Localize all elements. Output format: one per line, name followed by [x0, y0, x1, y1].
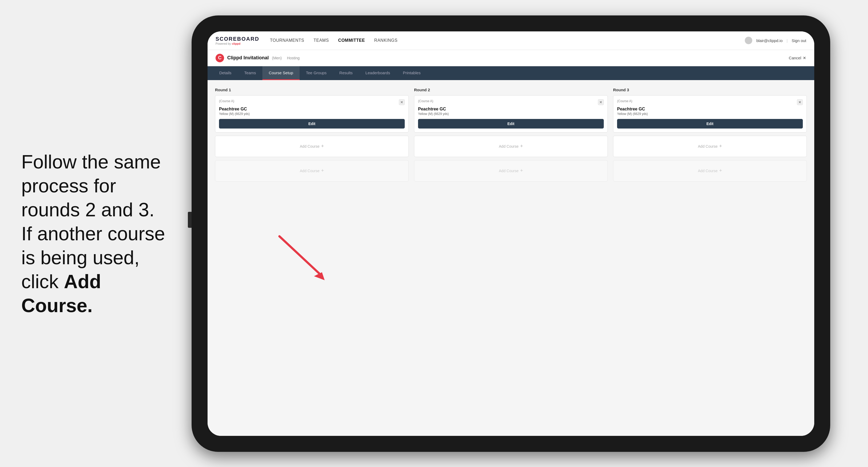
add-course-r2-2: Add Course +: [414, 160, 608, 182]
course-details-r3: Yellow (M) (6629 yds): [617, 112, 803, 116]
add-course-r1-1[interactable]: Add Course +: [215, 136, 409, 157]
round-3-label: Round 3: [613, 88, 807, 92]
top-nav: SCOREBOARD Powered by clippd TOURNAMENTS…: [208, 31, 814, 50]
round-3-column: Round 3 (Course A) ✕ Peachtree GC Yellow…: [613, 88, 807, 185]
add-course-r3-1[interactable]: Add Course +: [613, 136, 807, 157]
tournament-info: C Clippd Invitational (Men) Hosting: [216, 54, 300, 62]
add-course-text-r1-2: Add Course +: [300, 168, 324, 174]
tournament-header: C Clippd Invitational (Men) Hosting Canc…: [208, 50, 814, 66]
add-course-r3-2: Add Course +: [613, 160, 807, 182]
plus-icon-r2-1: +: [520, 144, 523, 149]
course-name-r2: Peachtree GC: [418, 107, 604, 112]
tab-teams[interactable]: Teams: [238, 66, 262, 80]
sign-out-link[interactable]: Sign out: [792, 38, 806, 43]
add-course-label-r3-2: Add Course: [698, 169, 718, 173]
tab-leaderboards[interactable]: Leaderboards: [359, 66, 397, 80]
edit-course-r1[interactable]: Edit: [219, 119, 405, 128]
add-course-label-r1-1: Add Course: [300, 144, 319, 149]
round-2-label: Round 2: [414, 88, 608, 92]
tab-course-setup[interactable]: Course Setup: [262, 66, 300, 80]
nav-teams[interactable]: TEAMS: [313, 37, 329, 44]
tablet-frame: SCOREBOARD Powered by clippd TOURNAMENTS…: [192, 15, 830, 452]
add-course-r1-2: Add Course +: [215, 160, 409, 182]
tournament-name: Clippd Invitational: [227, 55, 269, 61]
nav-committee[interactable]: COMMITTEE: [338, 37, 365, 44]
course-label-r3: (Course A): [617, 99, 632, 103]
add-course-text-r2-2: Add Course +: [499, 168, 523, 174]
tab-results[interactable]: Results: [333, 66, 359, 80]
nav-rankings[interactable]: RANKINGS: [374, 37, 398, 44]
course-label-r1: (Course A): [219, 99, 234, 103]
plus-icon-r3-1: +: [719, 144, 722, 149]
add-course-label-r3-1: Add Course: [698, 144, 718, 149]
course-details-r2: Yellow (M) (6629 yds): [418, 112, 604, 116]
course-label-r2: (Course A): [418, 99, 433, 103]
cancel-button[interactable]: Cancel ✕: [789, 56, 806, 60]
delete-course-r2[interactable]: ✕: [598, 99, 604, 105]
delete-course-r1[interactable]: ✕: [399, 99, 405, 105]
powered-by: Powered by clippd: [216, 42, 259, 45]
plus-icon-r3-2: +: [719, 168, 722, 174]
instruction-text: Follow the sameprocess forrounds 2 and 3…: [21, 151, 165, 316]
course-card-header-r3: (Course A) ✕: [617, 99, 803, 105]
add-course-text-r3-1: Add Course +: [698, 144, 722, 149]
nav-links: TOURNAMENTS TEAMS COMMITTEE RANKINGS: [270, 37, 745, 44]
course-card-r3-1: (Course A) ✕ Peachtree GC Yellow (M) (66…: [613, 95, 807, 132]
edit-course-r2[interactable]: Edit: [418, 119, 604, 128]
add-course-text-r2-1: Add Course +: [499, 144, 523, 149]
add-course-r2-1[interactable]: Add Course +: [414, 136, 608, 157]
course-details-r1: Yellow (M) (6629 yds): [219, 112, 405, 116]
course-card-header-r2: (Course A) ✕: [418, 99, 604, 105]
add-course-label-r2-2: Add Course: [499, 169, 519, 173]
nav-right: blair@clippd.io | Sign out: [745, 37, 806, 44]
edit-course-r3[interactable]: Edit: [617, 119, 803, 128]
tab-details[interactable]: Details: [213, 66, 238, 80]
add-course-label-r1-2: Add Course: [300, 169, 319, 173]
tournament-status: Hosting: [287, 56, 300, 60]
user-email: blair@clippd.io: [756, 38, 783, 43]
tab-tee-groups[interactable]: Tee Groups: [300, 66, 333, 80]
plus-icon-r2-2: +: [520, 168, 523, 174]
rounds-grid: Round 1 (Course A) ✕ Peachtree GC Yellow…: [215, 88, 807, 185]
course-card-header: (Course A) ✕: [219, 99, 405, 105]
course-card-r1-1: (Course A) ✕ Peachtree GC Yellow (M) (66…: [215, 95, 409, 132]
add-course-text-r1-1: Add Course +: [300, 144, 324, 149]
brand-name: SCOREBOARD: [216, 36, 259, 42]
round-1-label: Round 1: [215, 88, 409, 92]
course-name-r1: Peachtree GC: [219, 107, 405, 112]
main-content: Round 1 (Course A) ✕ Peachtree GC Yellow…: [208, 80, 814, 436]
tab-printables[interactable]: Printables: [397, 66, 427, 80]
tab-nav: Details Teams Course Setup Tee Groups Re…: [208, 66, 814, 80]
add-course-text-r3-2: Add Course +: [698, 168, 722, 174]
avatar: [745, 37, 752, 44]
nav-divider: |: [786, 38, 788, 43]
plus-icon-r1-1: +: [321, 144, 324, 149]
tournament-gender: (Men): [272, 56, 282, 60]
tablet-screen: SCOREBOARD Powered by clippd TOURNAMENTS…: [208, 31, 814, 436]
tournament-logo: C: [216, 54, 224, 62]
instruction-bold: Add Course.: [21, 271, 101, 316]
instruction-panel: Follow the sameprocess forrounds 2 and 3…: [0, 134, 192, 334]
course-name-r3: Peachtree GC: [617, 107, 803, 112]
delete-course-r3[interactable]: ✕: [797, 99, 803, 105]
round-1-column: Round 1 (Course A) ✕ Peachtree GC Yellow…: [215, 88, 409, 185]
brand-logo: SCOREBOARD Powered by clippd: [216, 36, 259, 45]
close-icon: ✕: [803, 56, 806, 60]
plus-icon-r1-2: +: [321, 168, 324, 174]
nav-tournaments[interactable]: TOURNAMENTS: [270, 37, 304, 44]
course-card-r2-1: (Course A) ✕ Peachtree GC Yellow (M) (66…: [414, 95, 608, 132]
add-course-label-r2-1: Add Course: [499, 144, 519, 149]
round-2-column: Round 2 (Course A) ✕ Peachtree GC Yellow…: [414, 88, 608, 185]
